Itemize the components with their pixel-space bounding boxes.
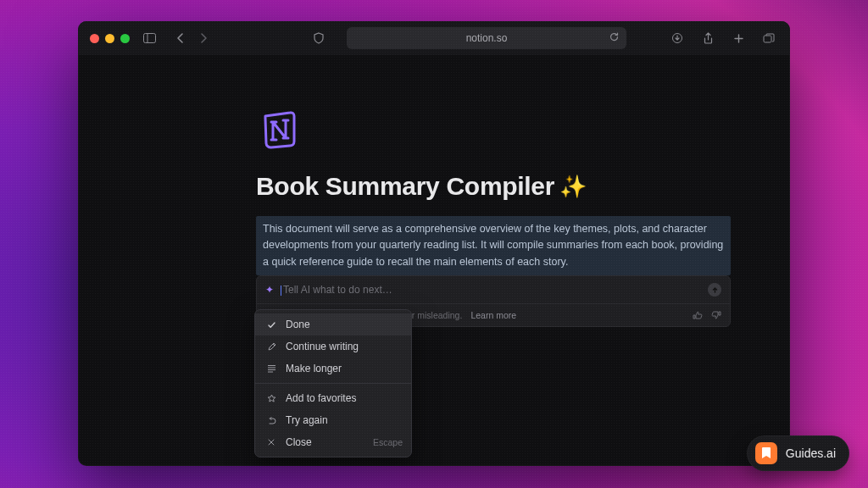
ai-input-placeholder: Tell AI what to do next…	[283, 284, 392, 296]
ai-submit-button[interactable]	[708, 283, 721, 297]
url-bar[interactable]: notion.so	[347, 27, 626, 49]
svg-rect-0	[143, 34, 155, 43]
undo-icon	[265, 416, 277, 425]
badge-label: Guides.ai	[786, 446, 836, 460]
ai-learn-more-link[interactable]: Learn more	[470, 310, 516, 320]
maximize-window-button[interactable]	[120, 34, 130, 43]
menu-item-label: Done	[286, 319, 310, 330]
ai-actions-menu: Done Continue writing Make longer Add to…	[254, 309, 412, 458]
menu-item-make-longer[interactable]: Make longer	[255, 358, 411, 380]
lines-icon	[265, 364, 277, 373]
close-window-button[interactable]	[90, 34, 99, 43]
back-button[interactable]	[170, 29, 189, 47]
menu-item-continue-writing[interactable]: Continue writing	[255, 336, 411, 358]
menu-item-try-again[interactable]: Try again	[255, 409, 411, 431]
sparkle-icon: ✨	[559, 174, 587, 200]
page-content: Book Summary Compiler ✨ This document wi…	[78, 55, 790, 327]
shield-icon[interactable]	[309, 29, 328, 47]
sidebar-toggle-icon[interactable]	[140, 29, 159, 47]
menu-item-done[interactable]: Done	[255, 313, 411, 336]
star-icon	[265, 394, 277, 403]
close-icon	[265, 438, 277, 446]
menu-item-label: Make longer	[286, 363, 342, 374]
browser-window: notion.so	[78, 21, 790, 466]
traffic-lights	[90, 34, 130, 43]
menu-item-add-to-favorites[interactable]: Add to favorites	[255, 387, 411, 409]
menu-item-label: Add to favorites	[286, 392, 356, 404]
check-icon	[265, 320, 277, 330]
menu-item-hint: Escape	[373, 437, 403, 447]
page-title-text: Book Summary Compiler	[256, 172, 554, 201]
ai-input-row: ✦ Tell AI what to do next…	[257, 276, 730, 304]
url-text: notion.so	[466, 32, 508, 44]
selected-text-block[interactable]: This document will serve as a comprehens…	[256, 216, 731, 275]
pencil-icon	[265, 342, 277, 352]
menu-separator	[255, 383, 411, 384]
browser-titlebar: notion.so	[78, 21, 790, 55]
downloads-icon[interactable]	[668, 29, 687, 47]
ai-input[interactable]: Tell AI what to do next…	[281, 284, 701, 296]
forward-button[interactable]	[194, 29, 213, 47]
guides-ai-badge[interactable]: Guides.ai	[747, 435, 849, 471]
thumbs-down-icon[interactable]	[711, 310, 721, 320]
notion-logo-icon	[256, 106, 303, 153]
share-icon[interactable]	[698, 29, 717, 47]
desktop-background: notion.so	[0, 0, 868, 488]
svg-rect-3	[764, 36, 771, 42]
ai-sparkle-icon: ✦	[265, 284, 274, 296]
menu-item-label: Continue writing	[286, 341, 359, 352]
menu-item-label: Try again	[286, 414, 328, 426]
page-title: Book Summary Compiler ✨	[256, 172, 790, 201]
refresh-icon[interactable]	[609, 31, 620, 42]
new-tab-icon[interactable]	[729, 29, 748, 47]
tabs-overview-icon[interactable]	[760, 29, 778, 47]
minimize-window-button[interactable]	[105, 34, 114, 43]
menu-item-close[interactable]: Close Escape	[255, 431, 411, 453]
thumbs-up-icon[interactable]	[693, 310, 703, 320]
menu-item-label: Close	[286, 436, 312, 448]
bookmark-icon	[755, 442, 777, 464]
